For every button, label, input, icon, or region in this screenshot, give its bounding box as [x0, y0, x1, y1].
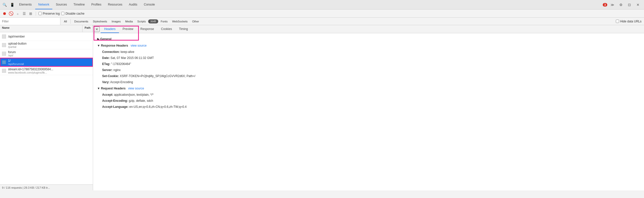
header-key: Connection:: [102, 50, 120, 54]
item-text: forum /api/: [8, 50, 91, 57]
header-accept-encoding: Accept-Encoding: gzip, deflate, sdch: [97, 98, 640, 104]
tab-timeline[interactable]: Timeline: [70, 0, 88, 9]
preserve-log-text: Preserve log: [43, 12, 60, 15]
main-content: Name Path /api/member upload-button /par…: [0, 25, 644, 190]
detail-tab-headers[interactable]: Headers: [101, 25, 119, 33]
path-column-header: Path: [83, 25, 93, 32]
item-path: /api/: [8, 54, 91, 57]
header-value-text: Sat, 07 Mar 2015 06:11:32 GMT: [110, 56, 154, 60]
header-value-text: "-1783206464": [111, 62, 131, 66]
network-item[interactable]: stream:id=17887583220069584... www.faceb…: [0, 67, 93, 75]
detail-tabs: ✕ Headers Preview Response Cookies Timin…: [93, 25, 644, 33]
item-text: upload-button /partial: [8, 42, 91, 48]
header-key: Set-Cookie:: [102, 74, 119, 78]
filter-type-buttons: All Documents Stylesheets Images Media S…: [60, 18, 203, 25]
status-text: 9 / 116 requests | 29.3 KB / 217 KB tr..…: [2, 186, 50, 189]
item-icon: [2, 69, 6, 73]
item-path: /partial: [8, 45, 91, 48]
header-value-text: application/json, text/plain, */*: [114, 93, 153, 96]
filter-other[interactable]: Other: [190, 19, 201, 23]
selected-network-item[interactable]: 1/ /api/forum/all: [0, 58, 93, 67]
item-icon: [2, 35, 6, 39]
network-items-list: /api/member upload-button /partial forum…: [0, 32, 93, 184]
network-item[interactable]: forum /api/: [0, 49, 93, 58]
filter-documents[interactable]: Documents: [72, 19, 90, 23]
detail-tab-cookies[interactable]: Cookies: [157, 25, 175, 33]
filter-scripts[interactable]: Scripts: [135, 19, 148, 23]
filter-media[interactable]: Media: [123, 19, 135, 23]
hide-data-urls-checkbox[interactable]: [616, 20, 619, 23]
item-icon: [2, 60, 6, 64]
network-toolbar: ⏺ 🚫 ⬦ ☰ ⊞ Preserve log Disable cache: [0, 10, 644, 18]
filter-stylesheets[interactable]: Stylesheets: [91, 19, 109, 23]
tab-profiles[interactable]: Profiles: [88, 0, 104, 9]
preserve-log-label[interactable]: Preserve log: [38, 12, 60, 15]
header-key: Date:: [102, 56, 110, 60]
request-headers-section[interactable]: ▼ Request Headers view source: [97, 85, 640, 92]
filter-fonts[interactable]: Fonts: [159, 19, 170, 23]
detail-tab-preview[interactable]: Preview: [119, 25, 137, 33]
filter-websockets[interactable]: WebSockets: [170, 19, 190, 23]
tab-audits[interactable]: Audits: [126, 0, 140, 9]
settings-icon-button[interactable]: ⚙: [617, 1, 624, 8]
disable-cache-label[interactable]: Disable cache: [61, 12, 84, 15]
device-icon-button[interactable]: 📱: [9, 1, 16, 8]
item-name: stream:id=17887583220069584...: [8, 68, 91, 71]
network-item[interactable]: upload-button /partial: [0, 41, 93, 49]
response-view-source[interactable]: view source: [131, 44, 146, 47]
filter-all[interactable]: All: [62, 19, 69, 23]
item-name: upload-button: [8, 42, 91, 45]
execute-icon-button[interactable]: ≫: [609, 1, 616, 8]
filter-input[interactable]: [0, 18, 60, 25]
detail-content: ▶ General ▼ Response Headers view source…: [93, 33, 644, 190]
list-view-icon[interactable]: ☰: [22, 11, 27, 16]
hide-data-urls-text: Hide data URLs: [620, 20, 641, 23]
filter-icon[interactable]: ⬦: [15, 11, 20, 16]
preserve-log-checkbox[interactable]: [38, 12, 42, 15]
header-value-text: gzip, deflate, sdch: [129, 99, 153, 103]
response-headers-section[interactable]: ▼ Response Headers view source: [97, 42, 640, 49]
detail-tab-response[interactable]: Response: [137, 25, 157, 33]
filter-images[interactable]: Images: [110, 19, 123, 23]
group-icon[interactable]: ⊞: [28, 11, 33, 16]
item-text: stream:id=17887583220069584... www.faceb…: [8, 68, 91, 74]
tab-network[interactable]: Network: [35, 0, 52, 9]
toolbar-separator-1: [36, 12, 36, 16]
tab-elements[interactable]: Elements: [16, 0, 35, 9]
request-headers-title: ▼ Request Headers: [97, 87, 126, 90]
tab-console[interactable]: Console: [141, 0, 158, 9]
record-icon[interactable]: ⏺: [2, 11, 7, 16]
header-key: Accept:: [102, 93, 113, 96]
item-name: forum: [8, 50, 91, 54]
item-text: /api/member: [8, 35, 91, 38]
response-headers-title: ▼ Response Headers: [97, 44, 128, 47]
detail-tab-timing[interactable]: Timing: [175, 25, 191, 33]
filter-bar: All Documents Stylesheets Images Media S…: [0, 18, 644, 25]
error-badge: 3: [603, 3, 607, 7]
search-icon-button[interactable]: 🔍: [1, 1, 8, 8]
hide-data-urls-label[interactable]: Hide data URLs: [616, 20, 644, 23]
header-key: Vary:: [102, 80, 109, 84]
tab-sources[interactable]: Sources: [53, 0, 70, 9]
header-value-text: keep-alive: [120, 50, 134, 54]
tab-resources[interactable]: Resources: [105, 0, 125, 9]
name-column-header: Name: [0, 25, 83, 32]
header-set-cookie: Set-Cookie: XSRF-TOKEN=Pr2jhqMy_SP1WgCcG…: [97, 73, 640, 79]
header-date: Date: Sat, 07 Mar 2015 06:11:32 GMT: [97, 55, 640, 61]
filter-type-separator: [70, 19, 71, 24]
close-icon-button[interactable]: ✕: [634, 1, 641, 8]
network-item[interactable]: /api/member: [0, 32, 93, 41]
detail-close-button[interactable]: ✕: [94, 26, 100, 32]
header-value-text: en-US,en;q=0.8,zh-CN;q=0.6,zh-TW;q=0.4: [129, 105, 187, 109]
clear-icon[interactable]: 🚫: [9, 11, 14, 16]
general-section-header[interactable]: ▶ General: [97, 36, 640, 42]
devtools-tab-bar: 🔍 📱 Elements Network Sources Timeline Pr…: [0, 0, 644, 10]
item-path: www.facebook.com/plugins/lik...: [8, 71, 91, 74]
dock-icon-button[interactable]: ⊡: [626, 1, 633, 8]
disable-cache-checkbox[interactable]: [61, 12, 64, 15]
item-icon: [2, 43, 6, 47]
filter-xhr[interactable]: XHR: [148, 19, 158, 23]
request-view-source[interactable]: view source: [128, 87, 144, 90]
list-header: Name Path: [0, 25, 93, 32]
header-value-text: nginx: [113, 68, 121, 72]
